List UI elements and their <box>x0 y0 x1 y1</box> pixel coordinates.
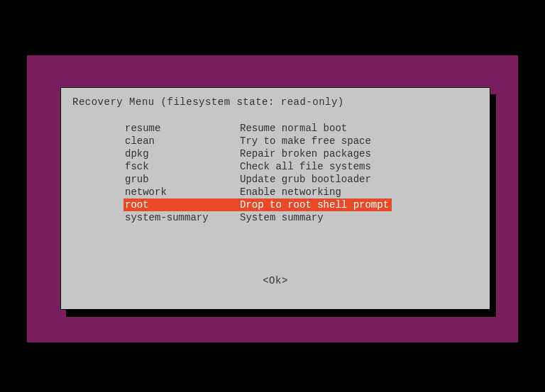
desktop-background: Recovery Menu (filesystem state: read-on… <box>27 55 518 342</box>
menu-item-desc: Drop to root shell prompt <box>240 198 392 211</box>
menu-item-desc: Try to make free space <box>240 135 374 147</box>
menu-item-desc: Resume normal boot <box>240 122 350 135</box>
menu-item-key: resume <box>123 122 240 135</box>
menu-item-desc: System summary <box>240 211 326 224</box>
menu-item-network[interactable]: networkEnable networking <box>123 186 392 198</box>
menu-item-root[interactable]: rootDrop to root shell prompt <box>123 198 392 211</box>
menu-item-system-summary[interactable]: system-summarySystem summary <box>123 211 392 224</box>
menu-item-desc: Repair broken packages <box>240 147 374 160</box>
ok-button[interactable]: <Ok> <box>263 275 288 286</box>
menu-item-resume[interactable]: resumeResume normal boot <box>123 122 392 135</box>
recovery-menu-dialog: Recovery Menu (filesystem state: read-on… <box>60 87 490 310</box>
menu-list[interactable]: resumeResume normal bootcleanTry to make… <box>123 122 392 224</box>
menu-item-key: system-summary <box>123 211 240 224</box>
menu-item-clean[interactable]: cleanTry to make free space <box>123 135 392 147</box>
menu-item-desc: Check all file systems <box>240 160 374 173</box>
menu-item-key: dpkg <box>123 147 240 160</box>
dialog-title: Recovery Menu (filesystem state: read-on… <box>72 96 344 108</box>
menu-item-key: fsck <box>123 160 240 173</box>
menu-item-desc: Enable networking <box>240 186 344 198</box>
menu-item-dpkg[interactable]: dpkgRepair broken packages <box>123 147 392 160</box>
menu-item-key: network <box>123 186 240 198</box>
menu-item-desc: Update grub bootloader <box>240 173 374 186</box>
menu-item-key: grub <box>123 173 240 186</box>
menu-item-key: clean <box>123 135 240 147</box>
menu-item-fsck[interactable]: fsckCheck all file systems <box>123 160 392 173</box>
menu-item-grub[interactable]: grubUpdate grub bootloader <box>123 173 392 186</box>
menu-item-key: root <box>123 198 240 211</box>
